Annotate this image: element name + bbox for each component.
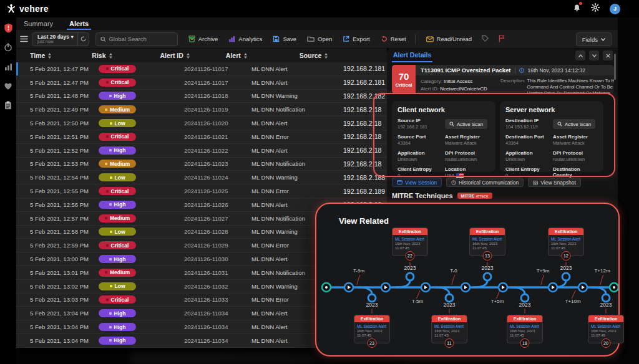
export-button[interactable]: Export <box>343 36 369 42</box>
notifications-bell-icon[interactable] <box>573 3 581 14</box>
sort-icon <box>243 53 248 59</box>
timeline-overlay-layer: T-9mT-0T+9mT+12mT-5mT+5mT+10m20232023202… <box>316 204 618 355</box>
related-event-card[interactable]: ExfiltrationML Session Alert16th Nov, 20… <box>588 315 624 343</box>
date-range-picker[interactable]: Last 20 days ▾ just now <box>32 32 89 46</box>
table-row[interactable]: 5 Feb 2021, 12:48 PMHigh20241126-11018ML… <box>16 90 387 103</box>
event-link[interactable]: ML Session Alert <box>357 324 387 328</box>
refresh-icon[interactable] <box>77 33 89 46</box>
tab-summary[interactable]: Summary <box>24 20 53 30</box>
sidebar-item-statistics bar-chart-icon[interactable] <box>2 61 14 72</box>
flag-icon[interactable] <box>499 35 505 44</box>
cell-alert: ML DNN Alert <box>251 323 288 330</box>
column-header-time[interactable]: Time <box>30 52 52 59</box>
event-link[interactable]: ML Session Alert <box>551 237 581 241</box>
risk-badge: Medium <box>99 269 136 277</box>
reset-button[interactable]: Reset <box>381 36 406 42</box>
view-session-button[interactable]: View Session <box>392 178 442 187</box>
event-date: 16th Nov, 2023 <box>434 329 464 333</box>
risk-badge: Critical <box>99 133 136 141</box>
historical-communication-button[interactable]: Historical Communication <box>446 178 524 187</box>
collapse-up-button[interactable] <box>575 50 585 60</box>
table-row[interactable]: 5 Feb 2021, 12:49 PMMedium20241126-11019… <box>16 103 387 117</box>
column-header-risk[interactable]: Risk <box>92 52 112 59</box>
save-label: Save <box>283 36 296 42</box>
sidebar-item-alerts shield-alert-icon[interactable] <box>2 22 14 34</box>
event-link[interactable]: ML Session Alert <box>472 237 502 241</box>
cell-time: 5 Feb 2021, 13:02 PM <box>30 283 89 290</box>
tab-alerts[interactable]: Alerts <box>69 20 89 30</box>
table-row[interactable]: 5 Feb 2021, 12:55 PMCritical20241126-110… <box>16 184 387 198</box>
collapse-down-button[interactable] <box>589 50 599 60</box>
user-avatar[interactable]: J <box>610 4 620 14</box>
view-snapshot-button[interactable]: View Snapshot <box>528 178 581 187</box>
related-event-card[interactable]: ExfiltrationML Session Alert16th Nov, 20… <box>354 315 390 343</box>
server-network-card: Server network Destination IP104.153.62.… <box>500 101 603 172</box>
cell-source: 192.168.2.189 <box>343 188 385 195</box>
search-input[interactable] <box>109 36 172 42</box>
cell-source: 192.168.2.18 <box>343 146 381 154</box>
settings-gear-icon[interactable] <box>591 3 600 14</box>
cell-risk: Low <box>99 119 136 127</box>
event-count-badge: 23 <box>368 338 377 348</box>
risk-score: 70 <box>399 71 409 82</box>
cell-alert: ML DNN Alert <box>251 256 288 262</box>
event-tag: Exfiltration <box>470 228 505 235</box>
search-icon <box>449 122 454 127</box>
event-link[interactable]: ML Session Alert <box>395 237 425 241</box>
alert-timestamp: 16th Nov, 2023 14:12:32 <box>528 67 585 74</box>
tag-icon[interactable] <box>482 35 489 43</box>
fields-dropdown[interactable]: Fields <box>576 32 612 46</box>
table-row[interactable]: 5 Feb 2021, 12:47 PMCritical20241126-110… <box>16 76 387 90</box>
cell-time: 5 Feb 2021, 12:47 PM <box>30 65 89 72</box>
table-row[interactable]: 5 Feb 2021, 12:50 PMLow20241126-11020ML … <box>16 117 387 130</box>
column-header-source[interactable]: Source <box>300 52 329 59</box>
related-event-card[interactable]: ExfiltrationML Session Alert16th Nov, 20… <box>469 228 505 256</box>
cell-time: 5 Feb 2021, 12:55 PM <box>30 188 89 194</box>
sort-icon <box>109 53 113 59</box>
category-value: Initial Access <box>444 79 472 84</box>
event-link[interactable]: ML Session Alert <box>434 324 464 328</box>
risk-badge: Critical <box>99 295 136 304</box>
cell-alert: ML DNN Warning <box>251 92 298 99</box>
cell-source: 192.168.2.18 <box>343 160 381 168</box>
active-scan-button[interactable]: Active Scan <box>553 119 595 129</box>
save-button[interactable]: Save <box>273 36 296 42</box>
event-count-badge: 12 <box>562 251 571 261</box>
active-scan-button[interactable]: Active Scan <box>445 119 487 129</box>
notification-dot <box>579 2 582 5</box>
column-header-alert[interactable]: Alert <box>226 52 248 59</box>
sidebar-item-health heart-icon[interactable] <box>2 80 14 92</box>
open-button[interactable]: Open <box>307 36 332 42</box>
table-row[interactable]: 5 Feb 2021, 12:52 PMHigh20241126-11022ML… <box>16 144 387 158</box>
table-row[interactable]: 5 Feb 2021, 12:53 PMMedium20241126-11023… <box>16 158 387 171</box>
close-icon[interactable] <box>603 50 613 60</box>
event-link[interactable]: ML Session Alert <box>510 324 540 328</box>
read-unread-button[interactable]: Read/Unread <box>426 36 472 42</box>
related-event-card[interactable]: ExfiltrationML Session Alert16th Nov, 20… <box>507 315 543 343</box>
analytics-button[interactable]: Analytics <box>228 36 262 42</box>
cell-risk: Critical <box>99 79 136 87</box>
table-row[interactable]: 5 Feb 2021, 12:51 PMCritical20241126-110… <box>16 130 387 144</box>
year-label: 2023 <box>482 265 494 271</box>
sidebar-item-power power-icon[interactable] <box>2 42 14 53</box>
cell-alert-id: 20241126-11024 <box>184 174 228 181</box>
risk-badge: High <box>99 337 136 345</box>
envelope-icon <box>426 36 434 42</box>
cell-risk: High <box>99 323 136 331</box>
archive-button[interactable]: Archive <box>188 36 218 42</box>
archive-icon <box>188 36 195 42</box>
related-event-card[interactable]: ExfiltrationML Session Alert16th Nov, 20… <box>392 228 428 256</box>
event-link[interactable]: ML Session Alert <box>591 324 621 328</box>
global-search[interactable] <box>95 32 178 46</box>
related-event-card[interactable]: ExfiltrationML Session Alert16th Nov, 20… <box>548 228 584 256</box>
sidebar-item-reports clipboard-icon[interactable] <box>2 100 14 111</box>
table-row[interactable]: 5 Feb 2021, 12:54 PMLow20241126-11024ML … <box>16 171 387 184</box>
event-date: 16th Nov, 2023 <box>510 329 540 333</box>
panel-scrollbar[interactable] <box>614 54 616 80</box>
table-row[interactable]: 5 Feb 2021, 12:47 PMCritical20241126-110… <box>16 62 387 76</box>
cell-time: 5 Feb 2021, 12:53 PM <box>30 160 89 167</box>
menu-hamburger-icon[interactable] <box>20 34 28 45</box>
event-tag: Exfiltration <box>354 315 389 322</box>
column-header-alert-id[interactable]: Alert ID <box>160 52 190 59</box>
related-event-card[interactable]: ExfiltrationML Session Alert16th Nov, 20… <box>431 315 467 343</box>
